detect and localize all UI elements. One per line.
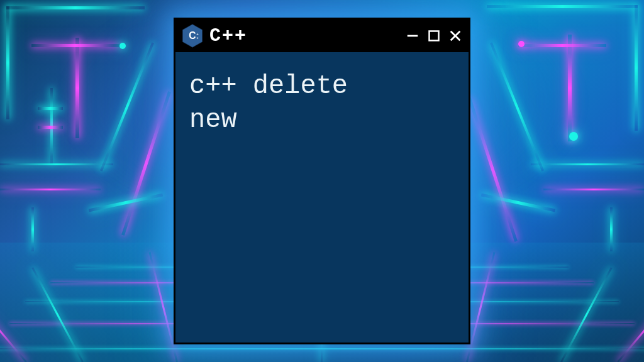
- console-window: C + + C++ c++ delete new: [174, 18, 470, 344]
- trace-line: [6, 6, 9, 119]
- trace-line: [543, 189, 644, 190]
- trace-node: [518, 41, 525, 47]
- console-content: c++ delete new: [175, 52, 469, 155]
- svg-text:+: +: [196, 31, 199, 36]
- window-controls: [406, 29, 462, 43]
- trace-line: [0, 189, 101, 190]
- floor-line: [466, 252, 495, 362]
- window-title: C++: [209, 25, 399, 47]
- maximize-button[interactable]: [427, 29, 441, 43]
- trace-line: [635, 5, 638, 131]
- trace-line: [487, 5, 638, 8]
- trace-node: [569, 132, 578, 141]
- trace-line: [0, 163, 113, 165]
- svg-text:C: C: [189, 30, 196, 41]
- trace-line: [518, 44, 606, 47]
- titlebar[interactable]: C + + C++: [175, 19, 469, 52]
- svg-text:+: +: [196, 35, 199, 40]
- content-line-2: new: [189, 105, 237, 135]
- trace-line: [75, 38, 79, 138]
- close-button[interactable]: [448, 29, 462, 43]
- trace-line: [531, 163, 644, 165]
- floor-line: [0, 289, 27, 362]
- cpp-hexagon-icon: C + +: [182, 24, 203, 48]
- minimize-button[interactable]: [406, 29, 419, 43]
- trace-node: [119, 43, 126, 49]
- floor-line: [617, 289, 644, 362]
- content-line-1: c++ delete: [189, 71, 348, 101]
- trace-line: [38, 126, 63, 129]
- trace-line: [38, 107, 63, 110]
- trace-line: [568, 35, 572, 141]
- svg-rect-5: [430, 31, 439, 41]
- trace-line: [6, 6, 145, 9]
